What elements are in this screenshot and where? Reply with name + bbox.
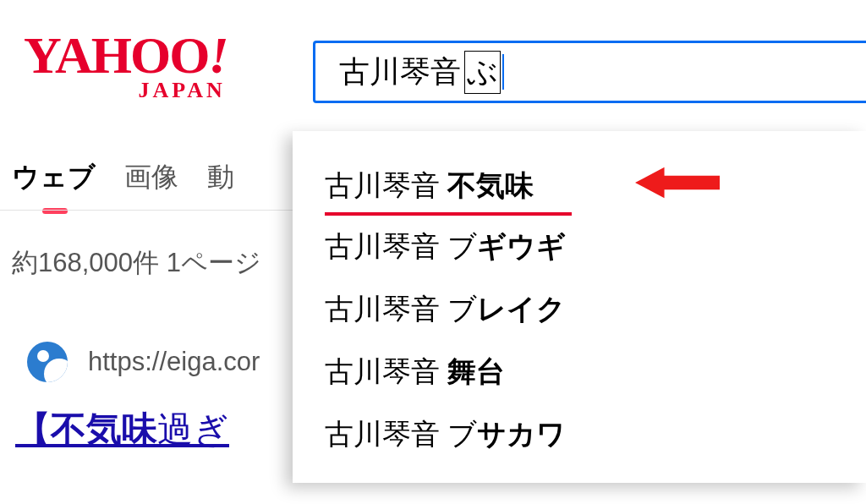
- suggestion-item[interactable]: 古川琴音 ブサカワ: [293, 403, 866, 466]
- yahoo-japan-logo[interactable]: YAHOO! JAPAN: [24, 32, 227, 103]
- suggestion-item[interactable]: 古川琴音 不気味: [293, 155, 866, 217]
- result-title-link[interactable]: 【不気味過ぎ: [15, 406, 229, 453]
- result-item[interactable]: https://eiga.cor: [27, 342, 260, 382]
- tabs-divider: [0, 210, 313, 211]
- search-query: 古川琴音 ぶ: [339, 51, 504, 94]
- result-count: 約168,000件 1ページ: [12, 245, 261, 281]
- search-tabs: ウェブ 画像 動: [12, 159, 234, 215]
- ime-composition: ぶ: [464, 51, 501, 94]
- tab-web[interactable]: ウェブ: [12, 159, 96, 215]
- search-suggestions: 古川琴音 不気味 古川琴音 ブギウギ 古川琴音 ブレイク 古川琴音 舞台 古川琴…: [293, 131, 866, 483]
- search-input[interactable]: 古川琴音 ぶ: [313, 41, 866, 103]
- suggestion-item[interactable]: 古川琴音 ブレイク: [293, 278, 866, 341]
- text-caret: [502, 54, 504, 90]
- tab-video[interactable]: 動: [207, 159, 234, 215]
- site-favicon: [27, 342, 68, 382]
- suggestion-item[interactable]: 古川琴音 ブギウギ: [293, 216, 866, 278]
- tab-image[interactable]: 画像: [124, 159, 178, 215]
- logo-main: YAHOO!: [24, 32, 227, 79]
- suggestion-item[interactable]: 古川琴音 舞台: [293, 341, 866, 403]
- result-url: https://eiga.cor: [88, 347, 260, 377]
